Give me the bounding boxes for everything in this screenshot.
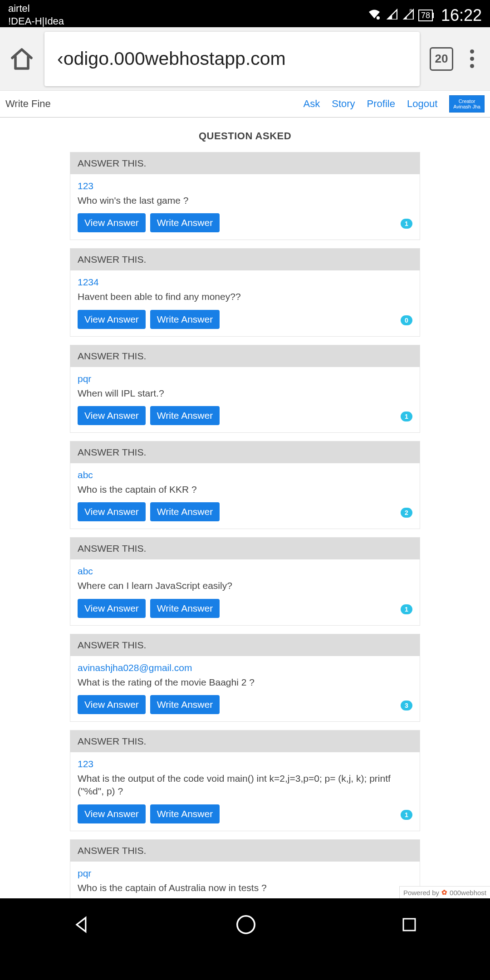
nav-logout[interactable]: Logout xyxy=(407,98,437,110)
question-card: ANSWER THIS. 1234 Havent been able to fi… xyxy=(70,248,420,336)
write-answer-button[interactable]: Write Answer xyxy=(150,406,220,425)
card-header: ANSWER THIS. xyxy=(70,730,420,752)
question-user[interactable]: abc xyxy=(78,566,412,577)
question-text: What is the output of the code void main… xyxy=(78,772,412,798)
view-answer-button[interactable]: View Answer xyxy=(78,406,146,425)
question-card: ANSWER THIS. avinashjha028@gmail.com Wha… xyxy=(70,634,420,722)
question-text: Havent been able to find any money?? xyxy=(78,290,412,303)
write-answer-button[interactable]: Write Answer xyxy=(150,804,220,823)
question-card: ANSWER THIS. abc Where can I learn JavaS… xyxy=(70,537,420,625)
page-title: QUESTION ASKED xyxy=(0,118,490,152)
question-user[interactable]: 123 xyxy=(78,181,412,191)
answer-count-badge: 1 xyxy=(401,604,412,614)
nav-ask[interactable]: Ask xyxy=(304,98,320,110)
back-icon[interactable] xyxy=(72,915,92,936)
question-user[interactable]: 123 xyxy=(78,759,412,769)
question-user[interactable]: pqr xyxy=(78,373,412,384)
card-header: ANSWER THIS. xyxy=(70,249,420,270)
signal-icon-2: R xyxy=(402,9,414,22)
svg-point-2 xyxy=(237,916,255,933)
svg-rect-3 xyxy=(403,919,415,931)
question-card: ANSWER THIS. abc Who is the captain of K… xyxy=(70,441,420,529)
answer-count-badge: 3 xyxy=(401,701,412,710)
view-answer-button[interactable]: View Answer xyxy=(78,695,146,714)
question-text: Where can I learn JavaScript easily? xyxy=(78,579,412,592)
card-header: ANSWER THIS. xyxy=(70,634,420,656)
question-user[interactable]: avinashjha028@gmail.com xyxy=(78,662,412,673)
card-header: ANSWER THIS. xyxy=(70,840,420,862)
battery-icon: 78 xyxy=(418,10,434,21)
view-answer-button[interactable]: View Answer xyxy=(78,599,146,618)
question-user[interactable]: 1234 xyxy=(78,277,412,288)
android-nav-bar xyxy=(0,898,490,953)
answer-count-badge: 1 xyxy=(401,412,412,421)
card-header: ANSWER THIS. xyxy=(70,441,420,463)
wifi-icon xyxy=(368,9,381,22)
browser-toolbar: ‹odigo.000webhostapp.com 20 xyxy=(0,27,490,91)
question-user[interactable]: abc xyxy=(78,470,412,480)
question-card: ANSWER THIS. 123 Who win's the last game… xyxy=(70,152,420,240)
clock: 16:22 xyxy=(441,6,482,25)
view-answer-button[interactable]: View Answer xyxy=(78,804,146,823)
signal-icon-1 xyxy=(386,9,397,22)
answer-count-badge: 1 xyxy=(401,219,412,229)
question-text: Who win's the last game ? xyxy=(78,194,412,207)
url-bar[interactable]: ‹odigo.000webhostapp.com xyxy=(44,32,420,86)
question-card: ANSWER THIS. pqr Who is the captain of A… xyxy=(70,839,420,898)
recent-icon[interactable] xyxy=(400,916,418,936)
svg-point-0 xyxy=(377,16,380,20)
question-card: ANSWER THIS. pqr When will IPL start.? V… xyxy=(70,345,420,433)
write-answer-button[interactable]: Write Answer xyxy=(150,310,220,329)
menu-icon[interactable] xyxy=(463,49,481,68)
creator-badge[interactable]: Creator Avinash Jha xyxy=(449,95,485,113)
answer-count-badge: 2 xyxy=(401,508,412,518)
nav-profile[interactable]: Profile xyxy=(367,98,395,110)
view-answer-button[interactable]: View Answer xyxy=(78,502,146,521)
site-header: Write Fine Ask Story Profile Logout Crea… xyxy=(0,91,490,118)
write-answer-button[interactable]: Write Answer xyxy=(150,599,220,618)
answer-count-badge: 1 xyxy=(401,810,412,820)
question-text: Who is the captain of KKR ? xyxy=(78,483,412,496)
answer-count-badge: 0 xyxy=(401,315,412,325)
question-card: ANSWER THIS. 123 What is the output of t… xyxy=(70,730,420,831)
card-header: ANSWER THIS. xyxy=(70,152,420,174)
carrier-2: !DEA-H|Idea xyxy=(8,15,64,28)
question-user[interactable]: pqr xyxy=(78,868,412,879)
write-answer-button[interactable]: Write Answer xyxy=(150,695,220,714)
card-header: ANSWER THIS. xyxy=(70,538,420,559)
home-icon[interactable] xyxy=(9,46,34,72)
nav-story[interactable]: Story xyxy=(332,98,355,110)
question-text: What is the rating of the movie Baaghi 2… xyxy=(78,676,412,689)
write-answer-button[interactable]: Write Answer xyxy=(150,213,220,232)
question-list: ANSWER THIS. 123 Who win's the last game… xyxy=(0,152,490,898)
site-brand[interactable]: Write Fine xyxy=(5,98,51,110)
powered-by-badge[interactable]: Powered by ✿ 000webhost xyxy=(399,886,490,898)
home-circle-icon[interactable] xyxy=(235,914,257,937)
carrier-1: airtel xyxy=(8,2,64,15)
android-status-bar: airtel !DEA-H|Idea R 78 16:22 xyxy=(0,0,490,27)
write-answer-button[interactable]: Write Answer xyxy=(150,502,220,521)
question-text: When will IPL start.? xyxy=(78,387,412,400)
tabs-button[interactable]: 20 xyxy=(430,47,453,71)
question-text: Who is the captain of Australia now in t… xyxy=(78,882,412,894)
url-text: ‹odigo.000webhostapp.com xyxy=(57,48,286,69)
view-answer-button[interactable]: View Answer xyxy=(78,310,146,329)
webhost-logo-icon: ✿ xyxy=(441,888,447,897)
webpage-content: Write Fine Ask Story Profile Logout Crea… xyxy=(0,91,490,898)
card-header: ANSWER THIS. xyxy=(70,345,420,367)
view-answer-button[interactable]: View Answer xyxy=(78,213,146,232)
